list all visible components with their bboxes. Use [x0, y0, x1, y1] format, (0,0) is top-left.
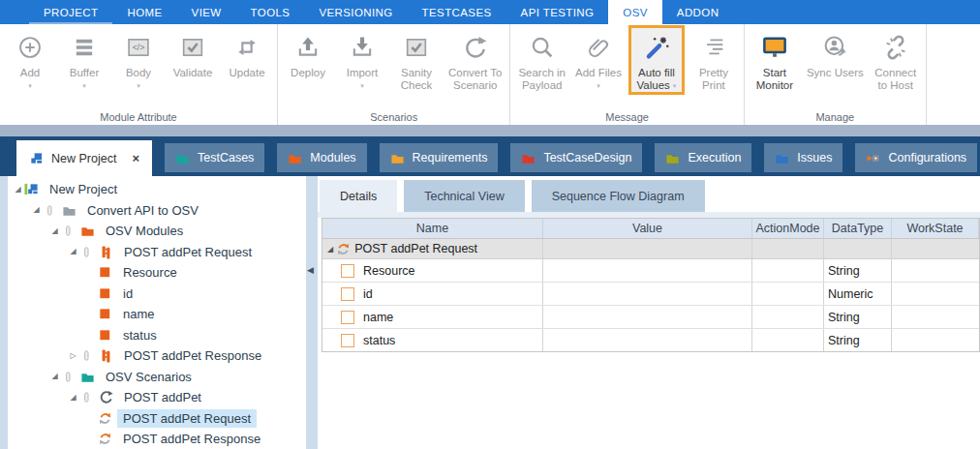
menu-item-osv[interactable]: OSV — [608, 0, 662, 24]
update-button[interactable]: Update — [220, 27, 274, 80]
subtab-sequence-flow-diagram[interactable]: Sequence Flow Diagram — [532, 180, 705, 212]
tree-item-id[interactable]: id — [8, 284, 306, 305]
table-header-row: NameValueActionModeDataTypeWorkState — [322, 219, 979, 239]
deploy-button[interactable]: Deploy — [281, 27, 335, 80]
expander-open-icon[interactable]: ◢ — [12, 185, 24, 195]
group-cell-data_type[interactable] — [824, 239, 892, 258]
subtab-technical-view[interactable]: Technical View — [404, 180, 524, 212]
connect-to-host-button[interactable]: Connectto Host — [869, 27, 923, 93]
tab-execution[interactable]: Execution — [655, 143, 751, 172]
group-cell-value[interactable] — [543, 239, 752, 258]
tree-item-post-addpet-response[interactable]: ▷POST addPet Response — [8, 345, 306, 367]
expander-open-icon[interactable]: ◢ — [30, 205, 43, 215]
start-monitor-button[interactable]: StartMonitor — [748, 27, 802, 93]
tree-item-post-addpet-response[interactable]: POST addPet Response — [8, 429, 306, 449]
auto-fill-values-button[interactable]: Auto fillValues▾ — [628, 25, 685, 95]
cell-name[interactable]: Resource — [322, 259, 543, 282]
row-checkbox[interactable] — [341, 334, 354, 347]
tree-item-convert-api-to-osv[interactable]: ◢Convert API to OSV — [8, 200, 306, 222]
tab-testcases[interactable]: TestCases — [165, 143, 264, 172]
tree-item-osv-modules[interactable]: ◢OSV Modules — [8, 221, 306, 242]
cell-work_state[interactable] — [892, 259, 979, 282]
cell-action_mode[interactable] — [752, 283, 824, 305]
sync-users-button[interactable]: Sync Users — [802, 27, 869, 80]
group-cell-action_mode[interactable] — [752, 239, 824, 258]
cell-name[interactable]: name — [322, 306, 543, 328]
tab-requirements[interactable]: Requirements — [380, 143, 499, 172]
tree-item-post-addpet-request[interactable]: POST addPet Request — [8, 408, 306, 430]
dropdown-caret-icon[interactable]: ▾ — [82, 82, 86, 90]
cell-work_state[interactable] — [892, 306, 979, 328]
expander-closed-icon[interactable]: ▷ — [67, 351, 79, 361]
add-button[interactable]: Add▾ — [3, 27, 57, 91]
validate-button[interactable]: Validate — [166, 27, 220, 80]
menu-item-api-testing[interactable]: API TESTING — [506, 0, 609, 24]
table-group-row[interactable]: ◢POST addPet Request — [322, 239, 979, 259]
tree-item-name[interactable]: name — [8, 304, 306, 325]
cell-data_type[interactable]: String — [824, 329, 892, 351]
import-button[interactable]: Import▾ — [335, 27, 389, 91]
table-row-resource[interactable]: ResourceString — [322, 259, 979, 283]
tree-item-post-addpet[interactable]: ◢POST addPet — [8, 387, 306, 408]
menu-item-testcases[interactable]: TESTCASES — [408, 0, 506, 24]
close-icon[interactable]: × — [132, 153, 139, 165]
splitter-collapse-icon[interactable]: ◀ — [307, 265, 314, 275]
dropdown-caret-icon[interactable]: ▾ — [673, 82, 677, 89]
subtab-details[interactable]: Details — [320, 180, 397, 212]
expander-open-icon[interactable]: ◢ — [67, 393, 79, 403]
cell-action_mode[interactable] — [752, 329, 824, 351]
cell-value[interactable] — [543, 259, 752, 282]
cell-data_type[interactable]: String — [824, 306, 892, 328]
tab-configurations[interactable]: Configurations — [855, 143, 977, 172]
body-button[interactable]: </>Body▾ — [111, 27, 166, 91]
tree-item-new-project[interactable]: ◢New Project — [8, 179, 306, 200]
cell-name[interactable]: id — [322, 283, 543, 305]
cell-action_mode[interactable] — [752, 306, 824, 328]
menu-item-project[interactable]: PROJECT — [29, 0, 112, 24]
tree-item-osv-scenarios[interactable]: ◢OSV Scenarios — [8, 367, 306, 388]
tree-item-status[interactable]: status — [8, 325, 306, 346]
cell-value[interactable] — [543, 306, 752, 328]
group-cell-work_state[interactable] — [892, 239, 979, 258]
dropdown-caret-icon[interactable]: ▾ — [28, 82, 32, 90]
cell-work_state[interactable] — [892, 283, 979, 305]
cell-action_mode[interactable] — [752, 259, 824, 282]
buffer-button[interactable]: Buffer▾ — [57, 27, 111, 91]
dropdown-caret-icon[interactable]: ▾ — [597, 82, 600, 90]
row-checkbox[interactable] — [341, 287, 354, 301]
tree-item-post-addpet-request[interactable]: ◢POST addPet Request — [8, 242, 306, 263]
cell-work_state[interactable] — [892, 329, 979, 351]
table-row-name[interactable]: nameString — [322, 306, 979, 329]
cell-name[interactable]: status — [322, 329, 543, 351]
expander-open-icon[interactable]: ◢ — [327, 245, 333, 254]
dropdown-caret-icon[interactable]: ▾ — [360, 82, 364, 90]
pretty-print-button[interactable]: PrettyPrint — [687, 27, 741, 93]
menu-item-versioning[interactable]: VERSIONING — [304, 0, 407, 24]
search-in-payload-button[interactable]: Search inPayload — [513, 27, 570, 93]
cell-value[interactable] — [543, 283, 752, 305]
menu-item-addon[interactable]: ADDON — [662, 0, 734, 24]
table-row-id[interactable]: idNumeric — [322, 283, 979, 306]
cell-value[interactable] — [543, 329, 752, 351]
cell-data_type[interactable]: Numeric — [824, 283, 892, 305]
tab-modules[interactable]: Modules — [277, 143, 366, 172]
dropdown-caret-icon[interactable]: ▾ — [137, 82, 140, 90]
tab-testcasedesign[interactable]: TestCaseDesign — [510, 143, 642, 172]
expander-open-icon[interactable]: ◢ — [48, 372, 61, 381]
cell-data_type[interactable]: String — [824, 259, 892, 282]
panel-splitter[interactable]: ◀ — [306, 176, 318, 449]
expander-open-icon[interactable]: ◢ — [67, 247, 79, 256]
convert-to-scenario-button[interactable]: Convert ToScenario — [444, 27, 506, 93]
row-checkbox[interactable] — [341, 311, 354, 324]
menu-item-tools[interactable]: TOOLS — [236, 0, 305, 24]
menu-item-home[interactable]: HOME — [112, 0, 176, 24]
tab-issues[interactable]: Issues — [764, 143, 842, 172]
add-files-button[interactable]: Add Files▾ — [570, 27, 627, 91]
table-row-status[interactable]: statusString — [322, 329, 979, 351]
expander-open-icon[interactable]: ◢ — [48, 226, 61, 236]
tab-new-project[interactable]: New Project× — [16, 140, 152, 176]
tree-item-resource[interactable]: Resource — [8, 262, 306, 284]
sanity-check-button[interactable]: SanityCheck — [389, 27, 444, 93]
row-checkbox[interactable] — [341, 264, 354, 278]
menu-item-view[interactable]: VIEW — [177, 0, 236, 24]
